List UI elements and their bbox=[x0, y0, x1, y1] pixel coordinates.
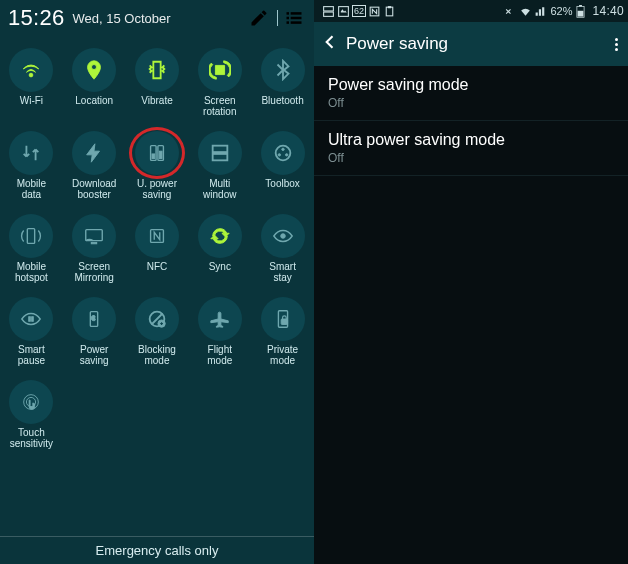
sync-icon bbox=[198, 214, 242, 258]
battery-percent: 62% bbox=[550, 5, 572, 17]
settings-item-subtitle: Off bbox=[328, 96, 614, 110]
network-status: Emergency calls only bbox=[0, 536, 314, 564]
clock-time: 15:26 bbox=[8, 5, 65, 31]
svg-rect-0 bbox=[287, 12, 290, 15]
svg-point-13 bbox=[281, 148, 283, 150]
svg-rect-1 bbox=[287, 17, 290, 20]
qs-tile-label: Vibrate bbox=[127, 95, 187, 117]
multiwindow-indicator-icon bbox=[322, 5, 335, 18]
qs-tile-wifi[interactable]: Wi-Fi bbox=[0, 42, 63, 125]
svg-rect-21 bbox=[29, 317, 31, 322]
nfc-indicator-icon bbox=[368, 5, 381, 18]
qs-tile-label: Multi window bbox=[190, 178, 250, 200]
qs-tile-touch-sensitivity[interactable]: Touch sensitivity bbox=[0, 374, 63, 457]
svg-rect-3 bbox=[291, 12, 302, 15]
svg-point-14 bbox=[278, 154, 280, 156]
svg-rect-64 bbox=[578, 10, 584, 16]
settings-item[interactable]: Power saving modeOff bbox=[314, 66, 628, 121]
qs-tile-label: Screen rotation bbox=[190, 95, 250, 117]
qs-tile-flight-mode[interactable]: Flight mode bbox=[188, 291, 251, 374]
qs-tile-label: Sync bbox=[190, 261, 250, 283]
qs-tile-label: Mobile hotspot bbox=[1, 261, 61, 283]
qs-tile-smart-stay[interactable]: Smart stay bbox=[251, 208, 314, 291]
nfc-icon bbox=[135, 214, 179, 258]
qs-tile-bluetooth[interactable]: Bluetooth bbox=[251, 42, 314, 125]
smart-pause-icon bbox=[9, 297, 53, 341]
date-label: Wed, 15 October bbox=[73, 11, 171, 26]
qs-tile-label: NFC bbox=[127, 261, 187, 283]
qs-tile-label: Touch sensitivity bbox=[1, 427, 61, 449]
screen-title: Power saving bbox=[346, 34, 611, 54]
svg-rect-60 bbox=[386, 7, 393, 16]
download-booster-icon bbox=[72, 131, 116, 175]
svg-rect-4 bbox=[291, 17, 302, 20]
svg-rect-10 bbox=[212, 146, 227, 152]
qs-tile-location[interactable]: Location bbox=[63, 42, 126, 125]
settings-item-title: Ultra power saving mode bbox=[328, 131, 614, 149]
screen-mirroring-icon bbox=[72, 214, 116, 258]
qs-tile-label: Smart pause bbox=[1, 344, 61, 366]
power-saving-icon bbox=[72, 297, 116, 341]
qs-tile-blocking-mode[interactable]: Blocking mode bbox=[126, 291, 189, 374]
bluetooth-icon bbox=[261, 48, 305, 92]
vibrate-icon bbox=[135, 48, 179, 92]
svg-rect-2 bbox=[287, 21, 290, 24]
svg-point-20 bbox=[280, 234, 285, 239]
qs-tile-nfc[interactable]: NFC bbox=[126, 208, 189, 291]
overflow-menu-button[interactable] bbox=[611, 34, 622, 55]
edit-icon[interactable] bbox=[249, 8, 269, 28]
qs-tile-multi-window[interactable]: Multi window bbox=[188, 125, 251, 208]
qs-tile-mobile-data[interactable]: Mobile data bbox=[0, 125, 63, 208]
screenshot-indicator-icon bbox=[337, 5, 350, 18]
svg-rect-61 bbox=[388, 6, 391, 8]
qs-tile-sync[interactable]: Sync bbox=[188, 208, 251, 291]
qs-tile-private-mode[interactable]: Private mode bbox=[251, 291, 314, 374]
back-button[interactable] bbox=[320, 32, 340, 56]
qs-tile-vibrate[interactable]: Vibrate bbox=[126, 42, 189, 125]
settings-item-title: Power saving mode bbox=[328, 76, 614, 94]
qs-tile-screen-mirroring[interactable]: Screen Mirroring bbox=[63, 208, 126, 291]
location-icon bbox=[72, 48, 116, 92]
touch-sensitivity-icon bbox=[9, 380, 53, 424]
blocking-mode-icon bbox=[135, 297, 179, 341]
qs-tile-power-saving[interactable]: Power saving bbox=[63, 291, 126, 374]
settings-item[interactable]: Ultra power saving modeOff bbox=[314, 121, 628, 176]
list-toggle-icon[interactable] bbox=[284, 8, 304, 28]
mobile-data-icon bbox=[9, 131, 53, 175]
qs-tile-label: Flight mode bbox=[190, 344, 250, 366]
qs-tile-mobile-hotspot[interactable]: Mobile hotspot bbox=[0, 208, 63, 291]
private-mode-icon bbox=[261, 297, 305, 341]
clipboard-indicator-icon bbox=[383, 5, 396, 18]
qs-tile-label: Location bbox=[64, 95, 124, 117]
battery-icon bbox=[574, 5, 587, 18]
smart-stay-icon bbox=[261, 214, 305, 258]
status-bar: 15:26 Wed, 15 October bbox=[0, 0, 314, 36]
svg-point-15 bbox=[285, 154, 287, 156]
power-saving-screen: 62 62% 14:40 Power saving Power saving m… bbox=[314, 0, 628, 564]
svg-rect-63 bbox=[580, 5, 583, 6]
svg-rect-22 bbox=[32, 317, 34, 322]
qs-tile-label: Wi-Fi bbox=[1, 95, 61, 117]
qs-tile-smart-pause[interactable]: Smart pause bbox=[0, 291, 63, 374]
qs-tile-screen-rotation[interactable]: Screen rotation bbox=[188, 42, 251, 125]
qs-tile-label: Toolbox bbox=[253, 178, 313, 200]
qs-tile-label: Screen Mirroring bbox=[64, 261, 124, 283]
qs-tile-label: Blocking mode bbox=[127, 344, 187, 366]
qs-tile-label: U. power saving bbox=[127, 178, 187, 200]
qs-tile-label: Download booster bbox=[64, 178, 124, 200]
svg-rect-9 bbox=[159, 151, 162, 158]
qs-tile-label: Power saving bbox=[64, 344, 124, 366]
svg-rect-18 bbox=[91, 242, 97, 243]
qs-tile-download-booster[interactable]: Download booster bbox=[63, 125, 126, 208]
qs-tile-label: Bluetooth bbox=[253, 95, 313, 117]
battery-box-indicator: 62 bbox=[352, 5, 366, 17]
svg-rect-11 bbox=[212, 154, 227, 160]
clock-time: 14:40 bbox=[592, 4, 624, 18]
qs-tile-ultra-power-saving[interactable]: U. power saving bbox=[126, 125, 189, 208]
settings-list: Power saving modeOffUltra power saving m… bbox=[314, 66, 628, 176]
qs-tile-label: Smart stay bbox=[253, 261, 313, 283]
wifi-status-icon bbox=[519, 5, 532, 18]
toolbox-icon bbox=[261, 131, 305, 175]
svg-rect-56 bbox=[324, 6, 334, 10]
qs-tile-toolbox[interactable]: Toolbox bbox=[251, 125, 314, 208]
